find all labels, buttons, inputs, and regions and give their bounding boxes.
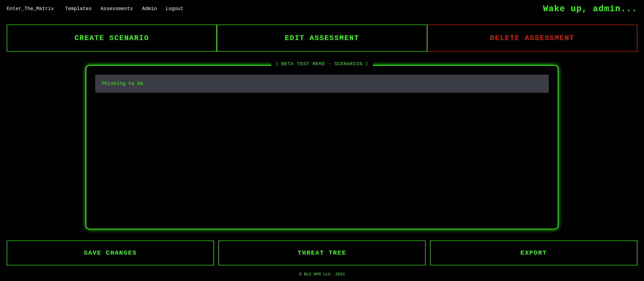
wake-message: Wake up, admin...	[543, 4, 637, 14]
edit-assessment-button[interactable]: EDIT ASSESSMENT	[217, 24, 427, 52]
export-button[interactable]: EXPORT	[430, 240, 637, 265]
navbar: Enter_The_Matrix Templates Assessments A…	[0, 0, 644, 18]
scenario-panel: BETA TEST HERE - SCENARIOS Phishing to D…	[86, 65, 558, 229]
threat-tree-button[interactable]: THREAT TREE	[218, 240, 426, 265]
save-changes-button[interactable]: SAVE CHANGES	[7, 240, 214, 265]
scenario-panel-wrapper: BETA TEST HERE - SCENARIOS Phishing to D…	[0, 56, 644, 236]
scenario-item[interactable]: Phishing to DA	[95, 75, 549, 93]
nav-logout[interactable]: Logout	[166, 6, 183, 12]
copyright-text: © BLS OPS LLC. 2021	[299, 272, 345, 276]
bottom-buttons-row: SAVE CHANGES THREAT TREE EXPORT	[0, 236, 644, 268]
nav-templates[interactable]: Templates	[65, 6, 92, 12]
footer: © BLS OPS LLC. 2021	[0, 268, 644, 281]
nav-brand[interactable]: Enter_The_Matrix	[7, 6, 54, 12]
nav-assessments[interactable]: Assessments	[100, 6, 133, 12]
delete-assessment-button[interactable]: DELETE ASSESSMENT	[427, 24, 637, 52]
create-scenario-button[interactable]: CREATE SCENARIO	[7, 24, 217, 52]
panel-title: BETA TEST HERE - SCENARIOS	[271, 61, 373, 66]
nav-admin[interactable]: Admin	[142, 6, 157, 12]
action-buttons-row: CREATE SCENARIO EDIT ASSESSMENT DELETE A…	[0, 18, 644, 56]
